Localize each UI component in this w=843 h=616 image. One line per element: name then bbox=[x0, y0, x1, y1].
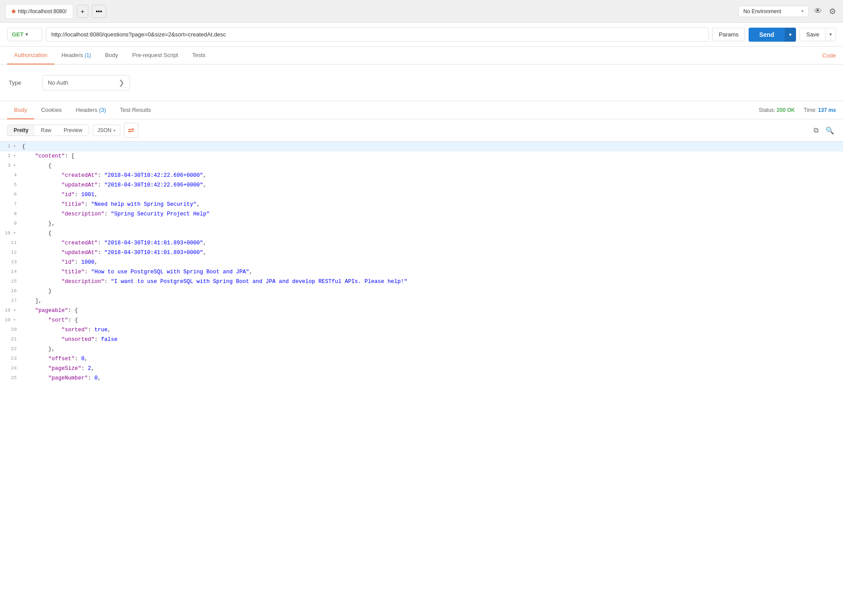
collapse-arrow[interactable]: ▾ bbox=[11, 163, 16, 168]
tab-url-label: http://localhost:8080/ bbox=[18, 8, 67, 14]
line-number: 13 bbox=[0, 258, 22, 266]
code-line: 5 "updatedAt": "2018-04-30T10:42:22.696+… bbox=[0, 180, 843, 190]
eye-icon[interactable]: 👁 bbox=[812, 5, 824, 18]
line-number: 2 ▾ bbox=[0, 151, 22, 160]
line-content: "createdAt": "2018-04-30T10:42:22.696+00… bbox=[22, 171, 843, 180]
request-tabs: Authorization Headers (1) Body Pre-reque… bbox=[0, 47, 843, 64]
line-number: 8 bbox=[0, 209, 22, 218]
headers-badge: (1) bbox=[85, 52, 91, 58]
code-line: 2 ▾ "content": [ bbox=[0, 151, 843, 161]
status-label: Status: 200 OK bbox=[759, 107, 795, 113]
code-line: 20 "sorted": true, bbox=[0, 325, 843, 335]
line-number: 15 bbox=[0, 277, 22, 286]
environment-selector[interactable]: No Environment ▾ bbox=[739, 6, 809, 17]
line-content: "updatedAt": "2018-04-30T10:41:01.893+00… bbox=[22, 248, 843, 258]
line-content: "sort": { bbox=[22, 315, 843, 325]
line-number: 21 bbox=[0, 335, 22, 344]
line-number: 17 bbox=[0, 296, 22, 305]
code-line: 25 "pageNumber": 0, bbox=[0, 373, 843, 383]
settings-icon[interactable]: ⚙ bbox=[827, 5, 838, 18]
line-number: 7 bbox=[0, 200, 22, 208]
more-tabs-button[interactable]: ••• bbox=[92, 5, 106, 18]
wrap-button[interactable]: ⇌ bbox=[124, 123, 138, 138]
code-area: 1 ▾{2 ▾ "content": [3 ▾ {4 "createdAt": … bbox=[0, 142, 843, 383]
line-content: ], bbox=[22, 296, 843, 306]
add-tab-button[interactable]: + bbox=[77, 5, 88, 18]
auth-type-selector[interactable]: No Auth ❯ bbox=[42, 75, 130, 90]
active-tab[interactable]: http://localhost:8080/ bbox=[5, 4, 73, 19]
tab-authorization[interactable]: Authorization bbox=[7, 47, 54, 64]
code-line: 16 } bbox=[0, 287, 843, 296]
code-line: 9 }, bbox=[0, 219, 843, 229]
send-button[interactable]: Send bbox=[749, 28, 785, 42]
code-line: 19 ▾ "sort": { bbox=[0, 315, 843, 325]
auth-type-label: Type bbox=[9, 79, 35, 86]
code-line: 12 "updatedAt": "2018-04-30T10:41:01.893… bbox=[0, 248, 843, 258]
code-line: 15 "description": "I want to use Postgre… bbox=[0, 277, 843, 287]
json-label: JSON bbox=[97, 127, 112, 133]
copy-button[interactable]: ⧉ bbox=[812, 125, 820, 136]
line-number: 18 ▾ bbox=[0, 306, 22, 315]
line-number: 12 bbox=[0, 248, 22, 257]
save-button[interactable]: Save bbox=[800, 28, 825, 41]
line-content: "pageNumber": 0, bbox=[22, 373, 843, 383]
code-line: 10 ▾ { bbox=[0, 229, 843, 238]
line-number: 4 bbox=[0, 171, 22, 179]
collapse-arrow[interactable]: ▾ bbox=[11, 308, 16, 313]
response-toolbar: Pretty Raw Preview JSON ▾ ⇌ ⧉ 🔍 bbox=[0, 119, 843, 142]
method-arrow: ▾ bbox=[25, 32, 28, 37]
resp-tab-cookies[interactable]: Cookies bbox=[34, 101, 69, 119]
params-button[interactable]: Params bbox=[712, 28, 745, 41]
resp-tab-headers[interactable]: Headers (3) bbox=[69, 101, 113, 119]
line-content: "unsorted": false bbox=[22, 335, 843, 344]
save-button-group: Save ▾ bbox=[800, 28, 836, 41]
line-content: "content": [ bbox=[22, 151, 843, 161]
code-line: 24 "pageSize": 2, bbox=[0, 364, 843, 373]
collapse-arrow[interactable]: ▾ bbox=[11, 231, 16, 236]
line-number: 20 bbox=[0, 325, 22, 334]
code-link[interactable]: Code bbox=[822, 52, 836, 59]
line-content: "id": 1001, bbox=[22, 190, 843, 200]
search-button[interactable]: 🔍 bbox=[824, 125, 836, 136]
line-content: }, bbox=[22, 344, 843, 354]
auth-type-value: No Auth bbox=[48, 79, 68, 86]
code-line: 18 ▾ "pageable": { bbox=[0, 306, 843, 315]
collapse-arrow[interactable]: ▾ bbox=[11, 144, 16, 149]
line-content: "id": 1000, bbox=[22, 258, 843, 267]
code-line: 23 "offset": 0, bbox=[0, 354, 843, 364]
tab-tests[interactable]: Tests bbox=[185, 47, 213, 64]
code-line: 14 "title": "How to use PostgreSQL with … bbox=[0, 267, 843, 277]
line-number: 22 bbox=[0, 344, 22, 353]
line-content: { bbox=[22, 142, 843, 151]
line-content: { bbox=[22, 229, 843, 238]
resp-tab-body[interactable]: Body bbox=[7, 101, 34, 119]
collapse-arrow[interactable]: ▾ bbox=[11, 154, 16, 158]
tab-body[interactable]: Body bbox=[98, 47, 125, 64]
format-pretty[interactable]: Pretty bbox=[7, 125, 35, 136]
line-content: "description": "I want to use PostgreSQL… bbox=[22, 277, 843, 287]
line-number: 3 ▾ bbox=[0, 161, 22, 170]
format-raw[interactable]: Raw bbox=[35, 125, 58, 136]
json-type-selector[interactable]: JSON ▾ bbox=[93, 125, 120, 136]
line-number: 14 bbox=[0, 267, 22, 276]
line-number: 9 bbox=[0, 219, 22, 228]
line-number: 24 bbox=[0, 364, 22, 372]
line-number: 23 bbox=[0, 354, 22, 363]
line-content: "offset": 0, bbox=[22, 354, 843, 364]
resp-tab-test-results[interactable]: Test Results bbox=[113, 101, 158, 119]
collapse-arrow[interactable]: ▾ bbox=[11, 318, 16, 322]
send-dropdown-button[interactable]: ▾ bbox=[785, 28, 796, 42]
url-input[interactable] bbox=[46, 27, 709, 42]
wrap-icon: ⇌ bbox=[128, 126, 134, 135]
method-selector[interactable]: GET ▾ bbox=[7, 28, 42, 41]
tab-headers[interactable]: Headers (1) bbox=[54, 47, 98, 64]
code-line: 13 "id": 1000, bbox=[0, 258, 843, 267]
format-preview[interactable]: Preview bbox=[58, 125, 89, 136]
code-line: 22 }, bbox=[0, 344, 843, 354]
code-line: 8 "description": "Spring Security Projec… bbox=[0, 209, 843, 219]
save-dropdown-button[interactable]: ▾ bbox=[825, 28, 836, 41]
line-content: "sorted": true, bbox=[22, 325, 843, 335]
tab-prerequest[interactable]: Pre-request Script bbox=[125, 47, 185, 64]
code-line: 7 "title": "Need help with Spring Securi… bbox=[0, 200, 843, 209]
line-content: "updatedAt": "2018-04-30T10:42:22.696+00… bbox=[22, 180, 843, 190]
